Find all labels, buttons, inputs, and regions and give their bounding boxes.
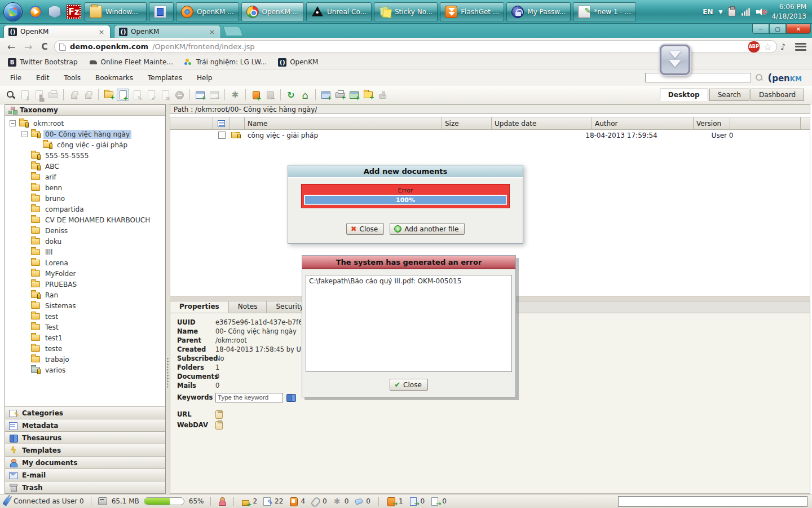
menu-file[interactable]: File <box>10 74 21 82</box>
header-size[interactable]: Size <box>442 117 492 130</box>
tree-node[interactable]: bruno <box>5 193 165 204</box>
tree-node[interactable]: llll <box>5 247 165 257</box>
folder-add-icon[interactable]: + <box>103 89 115 101</box>
header-update-date[interactable]: Update date <box>492 117 592 130</box>
omr-icon[interactable]: + <box>348 89 360 101</box>
taskbar-button-firefox[interactable]: OpenKM ... <box>176 2 239 21</box>
tree-node[interactable]: 555-55-5555 <box>5 150 165 161</box>
search-doc-icon[interactable] <box>409 497 418 506</box>
taskbar-button-flashget[interactable]: FlashGet ... <box>440 2 504 21</box>
menu-tools[interactable]: Tools <box>64 74 81 82</box>
tab-close-icon[interactable]: × <box>98 28 105 36</box>
minimize-button[interactable]: ─ <box>752 24 769 34</box>
tree-node[interactable]: Sistemas <box>5 300 165 311</box>
lock-add-icon[interactable] <box>241 497 250 506</box>
adblock-icon[interactable]: ABP <box>748 41 760 52</box>
row-checkbox[interactable] <box>218 132 226 139</box>
header-massive-select[interactable] <box>213 117 230 130</box>
start-button[interactable] <box>3 2 23 21</box>
extension-icon[interactable]: ♪ <box>780 42 791 52</box>
workflow-icon[interactable]: ✱ <box>229 89 241 101</box>
tree-node[interactable]: Ran <box>5 290 165 300</box>
bookmark-openkm[interactable]: ()OpenKM <box>278 58 318 67</box>
close-button[interactable]: ✕ <box>786 24 811 34</box>
taskbar-button-pyramid[interactable]: Unreal Co... <box>306 2 372 21</box>
taskbar-button-chrome[interactable]: OpenKM ... <box>241 2 304 21</box>
bookmark-bootstrap[interactable]: BTwitter Bootstrap <box>8 58 78 67</box>
box-out-icon[interactable] <box>387 497 396 506</box>
tree-node[interactable]: test1 <box>5 332 165 343</box>
tree-node[interactable]: trabajo <box>5 354 165 365</box>
splitter-grip[interactable] <box>166 357 169 389</box>
upload-close-button[interactable]: ✖ Close <box>346 223 385 235</box>
media-player-icon[interactable] <box>27 3 44 20</box>
tree-node[interactable]: varios <box>5 365 165 375</box>
split-panel-icon[interactable]: + <box>320 89 332 101</box>
header-type[interactable] <box>230 117 245 130</box>
view-tab-desktop[interactable]: Desktop <box>660 89 708 101</box>
subscribe-add-icon[interactable]: + <box>250 89 262 101</box>
tree-node[interactable]: Lorena <box>5 257 165 268</box>
tree-node[interactable]: test <box>5 311 165 322</box>
doc-out-icon[interactable] <box>430 497 439 506</box>
sidebar-item-trash[interactable]: Trash <box>5 481 165 493</box>
edit-icon[interactable] <box>263 497 272 506</box>
subscription-icon[interactable] <box>289 497 298 506</box>
forward-button[interactable]: → <box>21 41 35 52</box>
keywords-input[interactable] <box>215 393 283 402</box>
user-icon[interactable] <box>218 497 227 505</box>
tree-node[interactable]: Deniss <box>5 225 165 236</box>
attachment-icon[interactable] <box>311 497 320 506</box>
properties-tab-notes[interactable]: Notes <box>229 301 267 313</box>
reload-button[interactable]: C <box>38 42 51 52</box>
menu-bookmarks[interactable]: Bookmarks <box>95 74 133 82</box>
header-name[interactable]: Name <box>245 117 442 130</box>
taskbar-button-connector[interactable] <box>149 2 174 21</box>
taskbar-button-keepass[interactable]: My Passw... <box>506 2 571 21</box>
thesaurus-browse-icon[interactable] <box>286 394 295 401</box>
search-icon[interactable] <box>756 74 763 81</box>
flashget-dropzone[interactable] <box>660 45 690 75</box>
doc-add-icon[interactable]: + <box>117 89 129 101</box>
maximize-button[interactable]: ▢ <box>769 24 786 34</box>
clock[interactable]: 6:06 PM 4/18/2013 <box>771 2 806 20</box>
view-tab-dashboard[interactable]: Dashboard <box>751 89 804 101</box>
tree-node[interactable]: công việc - giải pháp <box>5 139 165 150</box>
dialog-title[interactable]: Add new documents <box>288 165 523 178</box>
header-extra[interactable] <box>730 117 801 130</box>
sidebar-item-e-mail[interactable]: E-mail <box>5 468 165 481</box>
properties-tab-properties[interactable]: Properties <box>170 301 229 313</box>
sidebar-item-my-documents[interactable]: My documents <box>5 456 165 468</box>
taskbar-button-notepad[interactable]: *new 1 - ... <box>573 2 636 21</box>
tree-node[interactable]: teste <box>5 343 165 354</box>
menu-edit[interactable]: Edit <box>36 74 49 82</box>
menu-templates[interactable]: Templates <box>148 74 182 82</box>
tree-node[interactable]: −okm:root <box>5 118 165 129</box>
collapse-icon[interactable]: − <box>10 120 16 126</box>
network-icon[interactable] <box>742 8 750 16</box>
export-icon[interactable]: + <box>362 89 374 101</box>
tree-node[interactable]: −00- Công việc hàng ngày <box>5 129 165 139</box>
tree-node[interactable]: MyFolder <box>5 268 165 279</box>
tab-close-icon[interactable]: × <box>208 28 216 36</box>
tree-node[interactable]: doku <box>5 236 165 247</box>
sidebar-item-templates[interactable]: Templates <box>5 444 165 456</box>
tree-node[interactable]: CV DE MOHAMED KHARBOUCH <box>5 214 165 225</box>
tree-node[interactable]: compartida <box>5 204 165 214</box>
browser-menu-icon[interactable] <box>794 42 807 52</box>
workflow-gear-icon[interactable] <box>333 497 342 506</box>
back-button[interactable]: ← <box>5 41 18 52</box>
tree-node[interactable]: benn <box>5 182 165 193</box>
menu-help[interactable]: Help <box>197 74 212 82</box>
vertical-splitter[interactable] <box>166 104 170 494</box>
list-select-icon[interactable] <box>218 120 225 127</box>
browser-tab[interactable]: ()OpenKM× <box>114 25 221 38</box>
action-center-icon[interactable] <box>728 7 736 16</box>
browser-tab[interactable]: ()OpenKM× <box>3 25 111 38</box>
header-status[interactable] <box>170 117 213 130</box>
quick-search-input[interactable] <box>645 73 751 82</box>
sidebar-item-thesaurus[interactable]: Thesaurus <box>5 431 165 444</box>
table-row[interactable]: công việc - giải pháp18-04-2013 17:59:54… <box>170 130 810 141</box>
tag-icon[interactable] <box>354 497 363 506</box>
tree-node[interactable]: PRUEBAS <box>5 279 165 290</box>
